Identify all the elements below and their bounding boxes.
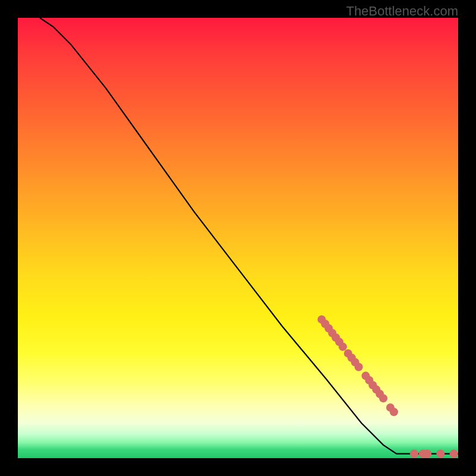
curve-markers bbox=[318, 315, 458, 458]
curve-marker bbox=[450, 450, 458, 458]
plot-area bbox=[18, 18, 458, 458]
curve-marker bbox=[436, 450, 444, 458]
curve-marker bbox=[339, 343, 347, 351]
curve-marker bbox=[390, 408, 398, 416]
curve-svg bbox=[18, 18, 458, 458]
curve-marker bbox=[379, 394, 387, 402]
curve-marker bbox=[423, 450, 431, 458]
curve-marker bbox=[355, 363, 363, 371]
performance-curve bbox=[40, 18, 458, 454]
chart-frame: TheBottleneck.com bbox=[0, 0, 476, 476]
curve-marker bbox=[410, 450, 418, 458]
attribution-text: TheBottleneck.com bbox=[346, 4, 458, 19]
